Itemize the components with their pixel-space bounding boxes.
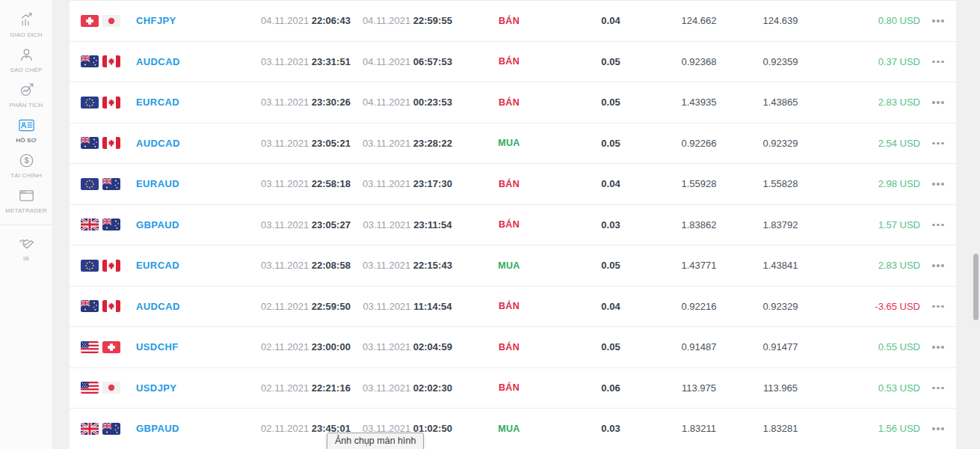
close-time: 03.11.2021 23:28:22: [357, 138, 458, 149]
close-time: 04.11.2021 06:57:53: [357, 56, 458, 67]
base-currency-flag-icon: [81, 97, 99, 109]
trade-row: EURAUD03.11.2021 22:58:1803.11.2021 23:1…: [70, 164, 956, 205]
row-actions-button[interactable]: [920, 368, 956, 409]
pair-link[interactable]: AUDCAD: [136, 138, 180, 149]
row-actions-button[interactable]: [920, 82, 956, 123]
row-actions-button[interactable]: [920, 245, 956, 286]
pair-link[interactable]: AUDCAD: [136, 56, 180, 67]
row-actions-button[interactable]: [920, 327, 956, 367]
pair-link[interactable]: USDCHF: [136, 341, 179, 352]
row-actions-button[interactable]: [920, 1, 956, 41]
trade-volume: 0.06: [560, 382, 662, 394]
row-actions-button[interactable]: [920, 164, 956, 204]
open-price: 0.92216: [662, 301, 736, 312]
trade-volume: 0.05: [560, 260, 662, 271]
pair-link[interactable]: USDJPY: [136, 382, 176, 394]
close-price: 1.43841: [736, 260, 825, 271]
trade-side: BÁN: [458, 16, 560, 26]
sidebar-item-sao-chep[interactable]: SAO CHÉP: [0, 43, 52, 78]
row-actions-button[interactable]: [920, 205, 956, 245]
trade-row: GBPAUD02.11.2021 23:45:0103.11.2021 01:0…: [70, 409, 956, 449]
open-time: 03.11.2021 23:31:51: [255, 56, 357, 67]
sidebar-item-label: HỒ SƠ: [16, 137, 36, 144]
trade-side: BÁN: [458, 219, 560, 230]
open-price: 1.43935: [662, 97, 736, 108]
trade-side: BÁN: [458, 179, 560, 189]
trade-profit: 2.83 USD: [825, 97, 920, 108]
trade-row: AUDCAD03.11.2021 23:05:2103.11.2021 23:2…: [70, 123, 956, 165]
open-price: 1.55928: [662, 178, 736, 189]
trade-profit: -3.65 USD: [825, 301, 920, 312]
pair-link[interactable]: EURCAD: [136, 97, 179, 108]
base-currency-flag-icon: [81, 341, 99, 353]
row-actions-button[interactable]: [920, 409, 956, 449]
open-time: 03.11.2021 23:30:26: [255, 97, 357, 108]
close-time: 03.11.2021 23:11:54: [357, 219, 458, 230]
trade-volume: 0.04: [560, 15, 662, 26]
close-price: 0.92359: [736, 56, 825, 67]
pair-link[interactable]: GBPAUD: [136, 219, 179, 230]
trade-row: AUDCAD02.11.2021 22:59:5003.11.2021 11:1…: [70, 287, 956, 328]
quote-currency-flag-icon: [102, 55, 120, 67]
trade-side: MUA: [458, 260, 560, 271]
scrollbar-thumb[interactable]: [973, 254, 979, 320]
screenshot-tooltip-label: Ảnh chụp màn hình: [335, 436, 416, 446]
pair-link[interactable]: EURCAD: [136, 260, 179, 271]
trade-volume: 0.05: [560, 56, 662, 67]
pair-link[interactable]: AUDCAD: [136, 301, 180, 312]
sidebar-item-ho-so[interactable]: HỒ SƠ: [0, 113, 52, 148]
trading-app: GIAO DỊCHSAO CHÉPPHÂN TÍCHHỒ SƠ$TÀI CHÍN…: [0, 0, 980, 449]
pair-cell: USDCHF: [70, 341, 255, 353]
analysis-icon: [18, 82, 35, 99]
quote-currency-flag-icon: [102, 219, 120, 230]
pair-cell: EURAUD: [70, 178, 255, 190]
svg-text:$: $: [24, 156, 28, 165]
open-time: 02.11.2021 22:21:16: [255, 382, 357, 394]
trade-volume: 0.04: [560, 301, 662, 312]
closed-orders-table: CHFJPY04.11.2021 22:06:4304.11.2021 22:5…: [70, 0, 956, 449]
trade-volume: 0.05: [560, 138, 662, 149]
base-currency-flag-icon: [81, 423, 99, 435]
row-actions-button[interactable]: [920, 42, 956, 82]
trade-profit: 2.54 USD: [825, 138, 920, 149]
pair-cell: USDJPY: [70, 382, 255, 394]
trade-side: BÁN: [458, 56, 560, 67]
close-price: 1.55828: [736, 178, 825, 189]
sidebar-item-label: SAO CHÉP: [10, 67, 43, 73]
trade-profit: 0.53 USD: [825, 382, 920, 394]
trade-row: GBPAUD03.11.2021 23:05:2703.11.2021 23:1…: [70, 205, 956, 246]
pair-link[interactable]: GBPAUD: [136, 423, 179, 434]
pair-link[interactable]: CHFJPY: [136, 15, 176, 26]
open-time: 03.11.2021 22:08:58: [255, 260, 357, 271]
base-currency-flag-icon: [81, 15, 99, 27]
sidebar-divider: [0, 224, 52, 225]
open-price: 1.43771: [662, 260, 736, 271]
sidebar-item-metatrader[interactable]: METATRADER: [0, 183, 52, 219]
sidebar-item-tai-chinh[interactable]: $TÀI CHÍNH: [0, 148, 52, 183]
trade-row: EURCAD03.11.2021 22:08:5803.11.2021 22:1…: [70, 245, 956, 287]
quote-currency-flag-icon: [102, 15, 120, 27]
trade-volume: 0.03: [560, 219, 662, 230]
quote-currency-flag-icon: [102, 423, 120, 435]
base-currency-flag-icon: [81, 260, 99, 272]
trade-side: BÁN: [458, 342, 560, 352]
chart-icon: [18, 11, 35, 28]
pair-cell: AUDCAD: [70, 137, 255, 149]
sidebar-item-giao-dich[interactable]: GIAO DỊCH: [0, 7, 52, 43]
close-price: 1.83281: [736, 423, 825, 434]
quote-currency-flag-icon: [102, 382, 120, 394]
pair-link[interactable]: EURAUD: [136, 178, 179, 189]
sidebar-item-ib[interactable]: IB: [0, 231, 52, 266]
close-price: 0.92329: [736, 301, 825, 312]
open-price: 0.91487: [662, 341, 736, 352]
base-currency-flag-icon: [81, 382, 99, 394]
row-actions-button[interactable]: [920, 123, 956, 164]
row-actions-button[interactable]: [920, 287, 956, 327]
base-currency-flag-icon: [81, 137, 99, 149]
sidebar-item-phan-tich[interactable]: PHÂN TÍCH: [0, 78, 52, 113]
trade-row: AUDCAD03.11.2021 23:31:5104.11.2021 06:5…: [70, 42, 956, 83]
trade-side: MUA: [458, 138, 560, 148]
sidebar-item-label: METATRADER: [5, 207, 47, 214]
trade-side: BÁN: [458, 301, 560, 311]
trade-profit: 0.80 USD: [825, 15, 920, 26]
